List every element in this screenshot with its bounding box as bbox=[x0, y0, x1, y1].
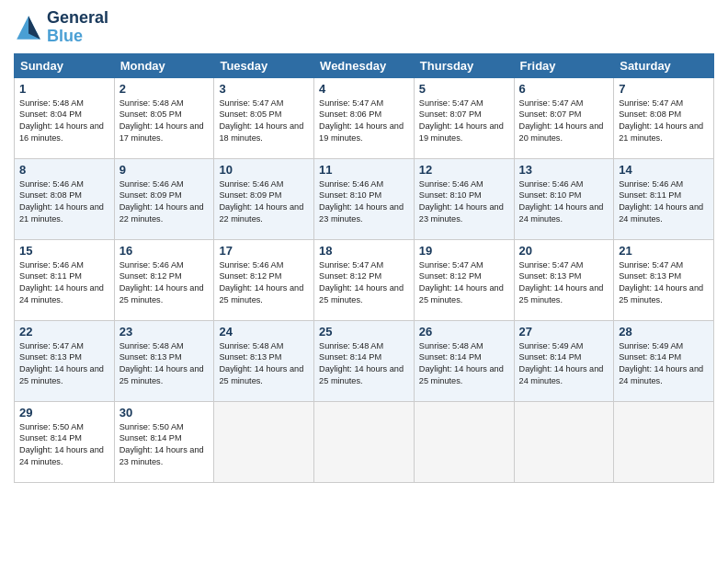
day-number: 22 bbox=[19, 325, 109, 339]
day-number: 13 bbox=[519, 163, 609, 177]
col-tuesday: Tuesday bbox=[214, 53, 314, 77]
day-info: Sunrise: 5:46 AM Sunset: 8:10 PM Dayligh… bbox=[419, 178, 509, 226]
calendar-cell bbox=[614, 401, 714, 482]
page: General Blue Sunday Monday Tuesday Wedne… bbox=[0, 0, 728, 563]
day-number: 27 bbox=[519, 325, 609, 339]
day-info: Sunrise: 5:47 AM Sunset: 8:08 PM Dayligh… bbox=[619, 98, 709, 145]
calendar-cell: 10 Sunrise: 5:46 AM Sunset: 8:09 PM Dayl… bbox=[214, 158, 314, 239]
day-number: 14 bbox=[619, 163, 709, 177]
day-info: Sunrise: 5:47 AM Sunset: 8:13 PM Dayligh… bbox=[519, 259, 609, 307]
col-saturday: Saturday bbox=[614, 53, 714, 77]
calendar-cell: 2 Sunrise: 5:48 AM Sunset: 8:05 PM Dayli… bbox=[114, 77, 214, 158]
day-info: Sunrise: 5:49 AM Sunset: 8:14 PM Dayligh… bbox=[619, 340, 709, 388]
day-info: Sunrise: 5:48 AM Sunset: 8:04 PM Dayligh… bbox=[19, 98, 109, 145]
day-info: Sunrise: 5:46 AM Sunset: 8:12 PM Dayligh… bbox=[219, 259, 309, 307]
day-info: Sunrise: 5:46 AM Sunset: 8:12 PM Dayligh… bbox=[119, 259, 210, 307]
day-number: 2 bbox=[119, 82, 210, 96]
header-row: Sunday Monday Tuesday Wednesday Thursday… bbox=[15, 53, 714, 77]
day-info: Sunrise: 5:48 AM Sunset: 8:14 PM Dayligh… bbox=[319, 340, 409, 388]
calendar-cell: 14 Sunrise: 5:46 AM Sunset: 8:11 PM Dayl… bbox=[614, 158, 714, 239]
day-info: Sunrise: 5:46 AM Sunset: 8:10 PM Dayligh… bbox=[519, 178, 609, 226]
day-number: 8 bbox=[19, 163, 109, 177]
day-number: 3 bbox=[219, 82, 309, 96]
day-number: 12 bbox=[419, 163, 509, 177]
calendar-cell: 30 Sunrise: 5:50 AM Sunset: 8:14 PM Dayl… bbox=[114, 401, 214, 482]
calendar-cell: 9 Sunrise: 5:46 AM Sunset: 8:09 PM Dayli… bbox=[114, 158, 214, 239]
day-number: 23 bbox=[119, 325, 210, 339]
calendar-cell: 19 Sunrise: 5:47 AM Sunset: 8:12 PM Dayl… bbox=[414, 239, 514, 320]
day-number: 28 bbox=[619, 325, 709, 339]
calendar-cell: 1 Sunrise: 5:48 AM Sunset: 8:04 PM Dayli… bbox=[15, 77, 115, 158]
calendar-cell: 3 Sunrise: 5:47 AM Sunset: 8:05 PM Dayli… bbox=[214, 77, 314, 158]
day-number: 19 bbox=[419, 244, 509, 258]
calendar-week-1: 1 Sunrise: 5:48 AM Sunset: 8:04 PM Dayli… bbox=[15, 77, 714, 158]
day-info: Sunrise: 5:47 AM Sunset: 8:06 PM Dayligh… bbox=[319, 98, 409, 145]
day-info: Sunrise: 5:46 AM Sunset: 8:11 PM Dayligh… bbox=[619, 178, 709, 226]
calendar-cell: 4 Sunrise: 5:47 AM Sunset: 8:06 PM Dayli… bbox=[314, 77, 415, 158]
logo: General Blue bbox=[14, 9, 108, 46]
calendar-week-5: 29 Sunrise: 5:50 AM Sunset: 8:14 PM Dayl… bbox=[15, 401, 714, 482]
calendar-cell: 24 Sunrise: 5:48 AM Sunset: 8:13 PM Dayl… bbox=[214, 320, 314, 401]
day-info: Sunrise: 5:47 AM Sunset: 8:07 PM Dayligh… bbox=[419, 98, 509, 145]
day-number: 17 bbox=[219, 244, 309, 258]
calendar-cell: 13 Sunrise: 5:46 AM Sunset: 8:10 PM Dayl… bbox=[514, 158, 614, 239]
calendar-cell: 8 Sunrise: 5:46 AM Sunset: 8:08 PM Dayli… bbox=[15, 158, 115, 239]
day-info: Sunrise: 5:46 AM Sunset: 8:10 PM Dayligh… bbox=[319, 178, 409, 226]
day-info: Sunrise: 5:47 AM Sunset: 8:13 PM Dayligh… bbox=[619, 259, 709, 307]
day-info: Sunrise: 5:46 AM Sunset: 8:11 PM Dayligh… bbox=[19, 259, 109, 307]
day-info: Sunrise: 5:47 AM Sunset: 8:05 PM Dayligh… bbox=[219, 98, 309, 145]
day-number: 1 bbox=[19, 82, 109, 96]
logo-text: General Blue bbox=[47, 9, 108, 46]
day-info: Sunrise: 5:47 AM Sunset: 8:12 PM Dayligh… bbox=[319, 259, 409, 307]
calendar-cell: 21 Sunrise: 5:47 AM Sunset: 8:13 PM Dayl… bbox=[614, 239, 714, 320]
day-number: 6 bbox=[519, 82, 609, 96]
day-number: 18 bbox=[319, 244, 409, 258]
day-info: Sunrise: 5:48 AM Sunset: 8:05 PM Dayligh… bbox=[119, 98, 210, 145]
col-thursday: Thursday bbox=[414, 53, 514, 77]
day-number: 10 bbox=[219, 163, 309, 177]
day-number: 25 bbox=[319, 325, 409, 339]
calendar-cell: 28 Sunrise: 5:49 AM Sunset: 8:14 PM Dayl… bbox=[614, 320, 714, 401]
day-info: Sunrise: 5:50 AM Sunset: 8:14 PM Dayligh… bbox=[19, 421, 109, 469]
calendar-cell: 27 Sunrise: 5:49 AM Sunset: 8:14 PM Dayl… bbox=[514, 320, 614, 401]
day-info: Sunrise: 5:47 AM Sunset: 8:13 PM Dayligh… bbox=[19, 340, 109, 388]
day-number: 16 bbox=[119, 244, 210, 258]
day-info: Sunrise: 5:46 AM Sunset: 8:08 PM Dayligh… bbox=[19, 178, 109, 226]
calendar-cell: 22 Sunrise: 5:47 AM Sunset: 8:13 PM Dayl… bbox=[15, 320, 115, 401]
logo-icon bbox=[14, 13, 43, 42]
calendar-cell: 17 Sunrise: 5:46 AM Sunset: 8:12 PM Dayl… bbox=[214, 239, 314, 320]
calendar-cell: 7 Sunrise: 5:47 AM Sunset: 8:08 PM Dayli… bbox=[614, 77, 714, 158]
calendar-cell bbox=[214, 401, 314, 482]
day-number: 24 bbox=[219, 325, 309, 339]
calendar-cell: 23 Sunrise: 5:48 AM Sunset: 8:13 PM Dayl… bbox=[114, 320, 214, 401]
day-info: Sunrise: 5:48 AM Sunset: 8:14 PM Dayligh… bbox=[419, 340, 509, 388]
day-number: 9 bbox=[119, 163, 210, 177]
calendar-cell: 12 Sunrise: 5:46 AM Sunset: 8:10 PM Dayl… bbox=[414, 158, 514, 239]
calendar-week-2: 8 Sunrise: 5:46 AM Sunset: 8:08 PM Dayli… bbox=[15, 158, 714, 239]
day-number: 15 bbox=[19, 244, 109, 258]
header: General Blue bbox=[14, 9, 714, 46]
calendar-cell bbox=[314, 401, 415, 482]
calendar-cell bbox=[414, 401, 514, 482]
day-info: Sunrise: 5:48 AM Sunset: 8:13 PM Dayligh… bbox=[119, 340, 210, 388]
col-friday: Friday bbox=[514, 53, 614, 77]
day-info: Sunrise: 5:47 AM Sunset: 8:07 PM Dayligh… bbox=[519, 98, 609, 145]
day-number: 26 bbox=[419, 325, 509, 339]
day-info: Sunrise: 5:46 AM Sunset: 8:09 PM Dayligh… bbox=[119, 178, 210, 226]
day-number: 20 bbox=[519, 244, 609, 258]
calendar-cell: 11 Sunrise: 5:46 AM Sunset: 8:10 PM Dayl… bbox=[314, 158, 415, 239]
day-info: Sunrise: 5:47 AM Sunset: 8:12 PM Dayligh… bbox=[419, 259, 509, 307]
calendar-cell: 16 Sunrise: 5:46 AM Sunset: 8:12 PM Dayl… bbox=[114, 239, 214, 320]
calendar-cell: 6 Sunrise: 5:47 AM Sunset: 8:07 PM Dayli… bbox=[514, 77, 614, 158]
calendar-cell: 5 Sunrise: 5:47 AM Sunset: 8:07 PM Dayli… bbox=[414, 77, 514, 158]
day-info: Sunrise: 5:48 AM Sunset: 8:13 PM Dayligh… bbox=[219, 340, 309, 388]
calendar-cell: 26 Sunrise: 5:48 AM Sunset: 8:14 PM Dayl… bbox=[414, 320, 514, 401]
day-info: Sunrise: 5:49 AM Sunset: 8:14 PM Dayligh… bbox=[519, 340, 609, 388]
calendar-week-4: 22 Sunrise: 5:47 AM Sunset: 8:13 PM Dayl… bbox=[15, 320, 714, 401]
col-monday: Monday bbox=[114, 53, 214, 77]
day-number: 30 bbox=[119, 406, 210, 419]
day-info: Sunrise: 5:50 AM Sunset: 8:14 PM Dayligh… bbox=[119, 421, 210, 469]
calendar-cell bbox=[514, 401, 614, 482]
calendar-cell: 29 Sunrise: 5:50 AM Sunset: 8:14 PM Dayl… bbox=[15, 401, 115, 482]
day-number: 4 bbox=[319, 82, 409, 96]
